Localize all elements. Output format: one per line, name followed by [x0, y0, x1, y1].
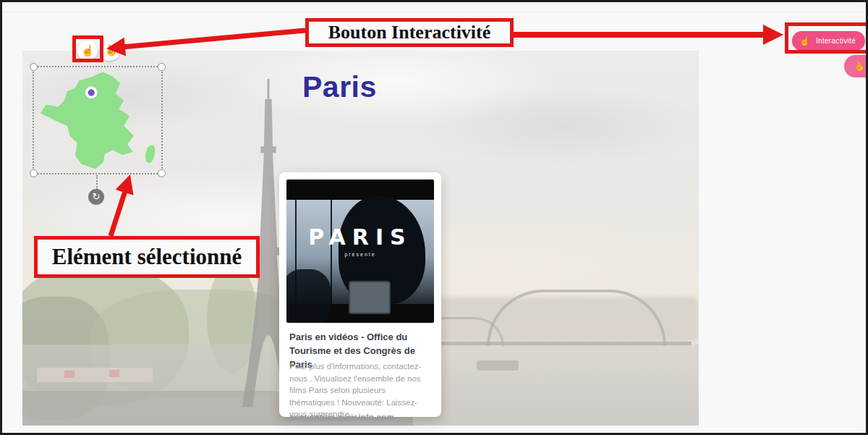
annotation-interactivity-button: Bouton Interactivité — [305, 18, 514, 47]
rotate-icon: ↻ — [93, 191, 101, 202]
photo-boat — [64, 371, 75, 378]
page-title[interactable]: Paris — [302, 70, 377, 104]
rotate-handle-line — [96, 175, 98, 190]
resize-handle-bottom-right[interactable] — [158, 169, 166, 177]
rotate-handle[interactable]: ↻ — [88, 189, 104, 205]
photo-boat — [109, 370, 119, 377]
animation-toolbar-button[interactable]: ☝ — [844, 55, 868, 77]
photo-boat — [477, 360, 519, 371]
animation-hand-icon: ☝ — [851, 59, 867, 75]
video-thumbnail: PARIS présente — [286, 180, 434, 323]
card-description: Pour plus d'informations, contactez-nous… — [289, 360, 433, 421]
annotation-interactivity-label: Bouton Interactivité — [328, 22, 491, 43]
arrowhead-right — [763, 25, 783, 45]
highlight-square-toolbar-button — [785, 22, 868, 54]
top-divider — [2, 12, 866, 12]
resize-handle-bottom-left[interactable] — [30, 169, 38, 177]
annotation-selected-element: Elément sélectionné — [34, 236, 260, 278]
link-preview-card[interactable]: PARIS présente Paris en vidéos - Office … — [279, 172, 441, 417]
photo-boats — [37, 368, 153, 382]
silhouette — [286, 269, 331, 323]
annotation-selected-label: Elément sélectionné — [52, 244, 242, 270]
highlight-square-element-button — [72, 35, 103, 62]
video-subtitle-text: présente — [286, 252, 434, 257]
photo-bridge — [487, 290, 666, 346]
resize-handle-top-right[interactable] — [158, 63, 166, 71]
video-title-text: PARIS — [286, 224, 434, 250]
selection-box — [33, 66, 163, 174]
resize-handle-top-left[interactable] — [30, 63, 38, 71]
suitcase — [349, 281, 391, 314]
editor-window: Paris ↻ ☝ ☝ PARIS présente Paris en vidé… — [0, 0, 868, 435]
card-link[interactable]: convention.parisinfo.com — [289, 413, 431, 421]
